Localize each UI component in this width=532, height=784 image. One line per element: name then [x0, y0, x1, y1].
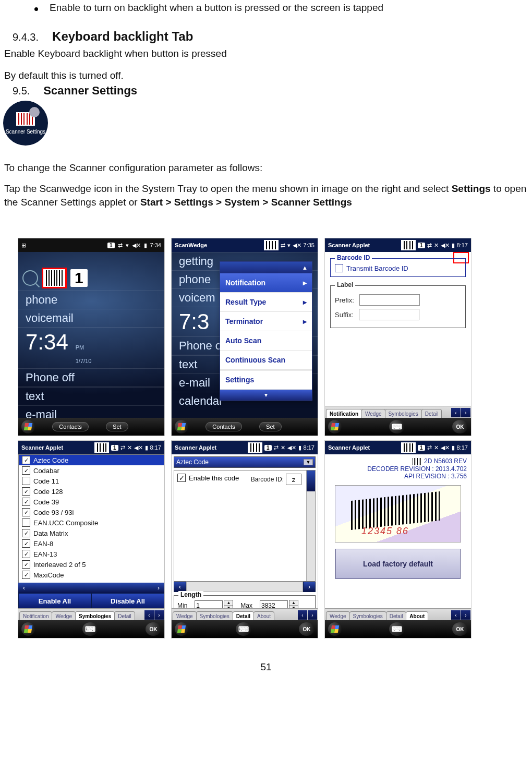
tab-symbologies[interactable]: Symbologies	[75, 611, 115, 620]
symbology-row[interactable]: Code 39	[19, 497, 164, 507]
menu-settings[interactable]: Settings	[220, 370, 312, 390]
menu-continuous-scan[interactable]: Continuous Scan	[220, 351, 312, 370]
tab-about[interactable]: About	[406, 611, 428, 620]
tab-detail[interactable]: Detail	[386, 611, 407, 620]
ok-button[interactable]: OK	[299, 622, 315, 636]
barcode-id-input[interactable]	[286, 474, 301, 485]
section-title: Scanner Settings	[43, 84, 137, 98]
section-number: 9.5.	[13, 85, 30, 97]
symbology-row[interactable]: Code 93 / 93i	[19, 507, 164, 517]
keyboard-button[interactable]	[389, 420, 405, 433]
section-943: 9.4.3. Keyboard backlight Tab	[13, 29, 530, 44]
load-factory-default-button[interactable]: Load factory default	[335, 549, 461, 579]
checkbox-icon	[22, 508, 30, 516]
symbology-row[interactable]: Aztec Code	[19, 455, 164, 465]
start-button[interactable]	[175, 420, 188, 433]
ok-button[interactable]: OK	[452, 420, 468, 433]
menu-up-icon[interactable]: ▲	[302, 264, 308, 271]
symbology-row[interactable]: Interleaved 2 of 5	[19, 559, 164, 570]
tab-symbologies[interactable]: Symbologies	[385, 409, 422, 418]
start-button[interactable]	[328, 622, 342, 636]
disable-all-button[interactable]: Disable All	[91, 593, 164, 609]
detail-panel: ✓ Enable this code Barcode ID:	[174, 470, 316, 582]
set-button[interactable]: Set	[259, 422, 282, 431]
symbology-row[interactable]: MaxiCode	[19, 570, 164, 580]
start-button[interactable]	[21, 622, 35, 636]
symbology-select[interactable]: Aztec Code ▼	[174, 456, 316, 468]
prefix-input[interactable]	[359, 294, 420, 306]
notification-badge[interactable]: 1	[418, 243, 425, 248]
symbology-row[interactable]: Code 128	[19, 486, 164, 497]
symbology-row[interactable]: Codabar	[19, 465, 164, 476]
suffix-input[interactable]	[359, 309, 419, 320]
home-item-phone[interactable]: phone	[18, 291, 164, 309]
symbology-list[interactable]: Aztec CodeCodabarCode 11Code 128Code 39C…	[18, 454, 164, 590]
signal-icon: ✕	[434, 242, 439, 249]
tab-detail[interactable]: Detail	[233, 611, 254, 620]
symbology-label: EAN-13	[33, 550, 57, 558]
sync-icon: ⇄	[427, 242, 432, 249]
zoom-icon[interactable]	[22, 270, 38, 286]
ok-button[interactable]: OK	[146, 622, 161, 636]
prefix-label: Prefix:	[335, 296, 354, 304]
symbology-label: Data Matrix	[33, 529, 68, 537]
symbology-row[interactable]: Data Matrix	[19, 528, 164, 538]
title-text: Scanner Applet	[328, 242, 370, 248]
home-item-voicemail[interactable]: voicemail	[18, 309, 164, 327]
scroll-right-icon[interactable]: ›	[153, 583, 164, 593]
symbology-row[interactable]: EAN-13	[19, 549, 164, 559]
ok-button[interactable]: OK	[452, 622, 468, 636]
keyboard-button[interactable]	[236, 622, 251, 636]
menu-result-type[interactable]: Result Type▸	[220, 293, 312, 312]
screenshot-home: ⊞ 1 ⇄ ▾ ◀✕ ▮ 7:34 1 phone voi	[18, 238, 165, 436]
keyboard-button[interactable]	[389, 622, 405, 636]
vertical-scrollbar[interactable]	[306, 471, 315, 581]
pager-badge[interactable]: 1	[70, 269, 88, 287]
home-item-text[interactable]: text	[18, 387, 164, 405]
scanwedge-tray-icon[interactable]	[43, 269, 65, 287]
menu-down-icon[interactable]: ▾	[264, 391, 268, 399]
symbology-row[interactable]: EAN.UCC Composite	[19, 517, 164, 528]
list-scrollbar[interactable]: ‹ ›	[18, 583, 164, 593]
scanwedge-icon	[264, 240, 279, 250]
start-button[interactable]	[21, 420, 35, 433]
tab-wedge[interactable]: Wedge	[52, 611, 76, 620]
notification-badge[interactable]: 1	[107, 243, 115, 248]
keyboard-button[interactable]	[82, 622, 98, 636]
bullet-dot-icon	[34, 7, 38, 11]
set-button[interactable]: Set	[106, 422, 128, 431]
start-button[interactable]	[328, 420, 342, 433]
contacts-button[interactable]: Contacts	[205, 422, 241, 431]
menu-notification[interactable]: Notification▸	[220, 273, 312, 293]
enable-all-button[interactable]: Enable All	[18, 593, 91, 609]
ampm-label: PM	[76, 344, 84, 351]
tab-about[interactable]: About	[253, 611, 274, 620]
tab-symbologies[interactable]: Symbologies	[349, 611, 386, 620]
transmit-barcode-id-checkbox[interactable]: Transmit Barcode ID	[335, 264, 461, 272]
symbology-row[interactable]: EAN-8	[19, 538, 164, 549]
scanwedge-icon	[401, 240, 416, 250]
symbology-label: EAN.UCC Composite	[33, 519, 98, 527]
start-button[interactable]	[175, 622, 188, 636]
menu-terminator[interactable]: Terminator▸	[220, 312, 312, 331]
tab-notification[interactable]: Notification	[19, 611, 52, 620]
scroll-left-icon[interactable]: ‹	[18, 583, 30, 593]
tab-wedge[interactable]: Wedge	[326, 611, 350, 620]
screenshot-symbologies-tab: Scanner Applet 1 ⇄✕◀✕▮ 8:17 Aztec CodeCo…	[18, 440, 165, 638]
menu-auto-scan[interactable]: Auto Scan	[220, 331, 312, 351]
tab-detail[interactable]: Detail	[114, 611, 135, 620]
tab-scroll-left[interactable]: ‹	[451, 408, 461, 417]
symbology-row[interactable]: Code 11	[19, 476, 164, 486]
tab-strip: Notification Wedge Symbologies Detail ‹ …	[325, 406, 471, 418]
contacts-button[interactable]: Contacts	[52, 422, 88, 431]
tab-wedge[interactable]: Wedge	[173, 611, 197, 620]
tab-scroll-right[interactable]: ›	[461, 408, 470, 417]
tab-symbologies[interactable]: Symbologies	[196, 611, 233, 620]
tab-notification[interactable]: Notification	[326, 409, 362, 418]
screenshot-notification-tab: Scanner Applet 1 ⇄ ✕ ◀✕ ▮ 8:17 Barcode I…	[324, 238, 471, 436]
panel-scrollbar[interactable]: ‹›	[174, 582, 316, 592]
tab-detail[interactable]: Detail	[421, 409, 442, 418]
tab-wedge[interactable]: Wedge	[361, 409, 385, 418]
barcode-image: 12345 86	[335, 485, 461, 542]
start-icon[interactable]: ⊞	[21, 242, 26, 249]
